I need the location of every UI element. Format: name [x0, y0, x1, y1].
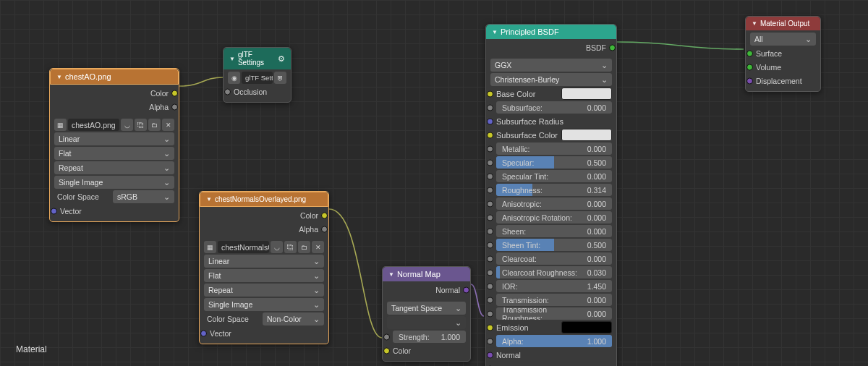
node-options-icon[interactable]: ⚙	[278, 54, 285, 64]
alpha-socket[interactable]	[321, 226, 328, 232]
specular-tint-input[interactable]: Specular Tint:0.000	[490, 170, 612, 182]
distribution-dropdown[interactable]: GGX	[490, 59, 612, 72]
node-header[interactable]: ▼ chestNormalsOverlayed.png	[200, 192, 328, 207]
image-icon[interactable]: ▦	[54, 119, 67, 131]
sss-color-swatch[interactable]	[561, 129, 612, 141]
open-icon[interactable]: 🗀	[148, 119, 161, 131]
node-title: Normal Map	[397, 270, 441, 278]
subsurface-radius-input[interactable]: Subsurface Radius	[490, 115, 612, 127]
alpha-output: Alpha	[204, 223, 324, 235]
transmission-input[interactable]: Transmission:0.000	[490, 294, 612, 306]
sheen-input[interactable]: Sheen:0.000	[490, 225, 612, 237]
collapse-icon[interactable]: ▼	[492, 29, 498, 35]
group-name[interactable]: glTF Setti..	[242, 72, 273, 84]
anisotropic-rotation-input[interactable]: Anisotropic Rotation:0.000	[490, 211, 612, 224]
principled-bsdf-node[interactable]: ▼ Principled BSDF BSDF GGX Christensen-B…	[485, 24, 617, 366]
uvmap-dropdown[interactable]	[387, 316, 466, 329]
alpha-input[interactable]: Alpha:1.000	[490, 335, 612, 347]
occlusion-socket[interactable]	[224, 88, 231, 95]
normal-socket[interactable]	[463, 286, 469, 293]
bsdf-socket[interactable]	[609, 44, 616, 51]
shield-icon[interactable]: ⛨	[274, 72, 286, 84]
vector-socket[interactable]	[200, 330, 207, 336]
node-header[interactable]: ▼ Principled BSDF	[486, 25, 616, 39]
emission-swatch[interactable]	[561, 321, 612, 333]
projection-dropdown[interactable]: Flat	[204, 269, 324, 282]
source-dropdown[interactable]: Single Image	[54, 176, 174, 189]
clearcoat-roughness-input[interactable]: Clearcoat Roughness:0.030	[490, 266, 612, 278]
image-texture-chestAO-node[interactable]: ▼ chestAO.png Color Alpha ▦ chestAO.png …	[49, 68, 179, 222]
subsurface-input[interactable]: Subsurface:0.000	[490, 101, 612, 114]
unlink-icon[interactable]: ◡	[271, 241, 283, 253]
roughness-input[interactable]: Roughness:0.314	[490, 184, 612, 196]
collapse-icon[interactable]: ▼	[752, 20, 757, 27]
duplicate-icon[interactable]: ⿻	[284, 241, 297, 253]
sheen-tint-input[interactable]: Sheen Tint:0.500	[490, 239, 612, 251]
ior-input[interactable]: IOR:1.450	[490, 280, 612, 292]
node-header[interactable]: ▼ chestAO.png	[50, 69, 179, 85]
filename-field[interactable]: chestNormalsOv..	[218, 241, 269, 253]
unlink-icon[interactable]: ◡	[121, 119, 133, 131]
sss-method-dropdown[interactable]: Christensen-Burley	[490, 73, 612, 86]
collapse-icon[interactable]: ▼	[229, 56, 235, 62]
collapse-icon[interactable]: ▼	[388, 271, 394, 278]
material-name-label: Material	[16, 344, 47, 354]
normal-map-node[interactable]: ▼ Normal Map Normal Tangent Space Streng…	[382, 266, 471, 362]
image-selector[interactable]: ▦ chestAO.png ◡ ⿻ 🗀 ✕	[54, 119, 174, 131]
colorspace-dropdown[interactable]: sRGB	[113, 190, 174, 203]
normal-input: Normal	[490, 349, 612, 361]
colorspace-dropdown[interactable]: Non-Color	[263, 312, 324, 325]
filename-field[interactable]: chestAO.png	[68, 119, 119, 131]
node-title: glTF Settings	[238, 51, 275, 67]
extension-dropdown[interactable]: Repeat	[54, 161, 174, 174]
metallic-input[interactable]: Metallic:0.000	[490, 142, 612, 155]
open-icon[interactable]: 🗀	[298, 241, 310, 253]
interpolation-dropdown[interactable]: Linear	[204, 255, 324, 268]
node-header[interactable]: ▼ glTF Settings ⚙	[224, 48, 291, 69]
displacement-input: Displacement	[750, 75, 816, 87]
color-socket[interactable]	[383, 347, 390, 354]
material-output-node[interactable]: ▼ Material Output All Surface Volume Dis…	[745, 16, 821, 92]
transmission-roughness-input[interactable]: Transmission Roughness:0.000	[490, 307, 612, 320]
gltf-settings-node[interactable]: ▼ glTF Settings ⚙ ◉ glTF Setti.. ⛨ Occlu…	[223, 47, 292, 103]
node-header[interactable]: ▼ Normal Map	[383, 267, 470, 281]
interpolation-dropdown[interactable]: Linear	[54, 132, 174, 145]
duplicate-icon[interactable]: ⿻	[135, 119, 147, 131]
surface-socket[interactable]	[746, 50, 753, 56]
node-header[interactable]: ▼ Material Output	[746, 17, 820, 30]
node-title: chestAO.png	[65, 72, 111, 81]
alpha-socket[interactable]	[171, 103, 178, 110]
clearcoat-normal-input: Clearcoat Normal	[490, 362, 612, 366]
normal-output: Normal	[387, 284, 466, 296]
normal-socket[interactable]	[487, 352, 493, 358]
extension-dropdown[interactable]: Repeat	[204, 284, 324, 297]
image-icon[interactable]: ▦	[204, 241, 216, 253]
source-dropdown[interactable]: Single Image	[204, 298, 324, 311]
strength-socket[interactable]	[383, 333, 390, 340]
color-socket[interactable]	[321, 212, 328, 218]
subsurface-color-input[interactable]: Subsurface Color	[490, 129, 612, 141]
vector-socket[interactable]	[51, 208, 57, 214]
nodegroup-selector[interactable]: ◉ glTF Setti.. ⛨	[228, 72, 286, 84]
image-selector[interactable]: ▦ chestNormalsOv.. ◡ ⿻ 🗀 ✕	[204, 241, 324, 253]
projection-dropdown[interactable]: Flat	[54, 147, 174, 160]
clearcoat-input[interactable]: Clearcoat:0.000	[490, 252, 612, 265]
remove-icon[interactable]: ✕	[312, 241, 324, 253]
space-dropdown[interactable]: Tangent Space	[387, 302, 466, 315]
anisotropic-input[interactable]: Anisotropic:0.000	[490, 197, 612, 210]
emission-input[interactable]: Emission	[490, 321, 612, 333]
target-dropdown[interactable]: All	[750, 33, 816, 46]
strength-input[interactable]: Strength:1.000	[387, 331, 466, 343]
collapse-icon[interactable]: ▼	[206, 196, 212, 203]
occlusion-input: Occlusion	[228, 85, 286, 98]
base-color-input[interactable]: Base Color	[490, 88, 612, 100]
remove-icon[interactable]: ✕	[162, 119, 174, 131]
image-texture-chestNormals-node[interactable]: ▼ chestNormalsOverlayed.png Color Alpha …	[199, 191, 329, 344]
specular-input[interactable]: Specular:0.500	[490, 156, 612, 169]
color-socket[interactable]	[171, 90, 178, 96]
collapse-icon[interactable]: ▼	[56, 74, 62, 80]
sphere-icon[interactable]: ◉	[228, 72, 240, 84]
color-input: Color	[387, 344, 466, 357]
base-color-swatch[interactable]	[561, 88, 612, 100]
bsdf-output: BSDF	[490, 41, 612, 54]
